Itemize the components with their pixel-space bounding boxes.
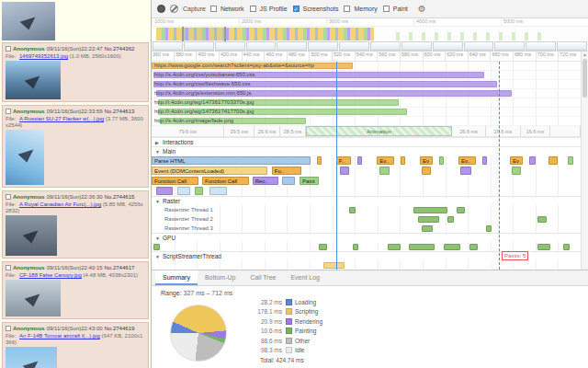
screenshot-filmstrip[interactable]: [152, 41, 588, 51]
gpu-event[interactable]: [537, 244, 550, 250]
gpu-event[interactable]: [319, 244, 327, 250]
flame-event[interactable]: [482, 156, 488, 165]
gpu-event[interactable]: [444, 244, 461, 250]
gpu-event[interactable]: [353, 244, 358, 250]
clear-recording-button[interactable]: [170, 5, 178, 13]
capture-checkbox-network[interactable]: Network: [210, 6, 244, 12]
file-name-link[interactable]: An F-14B Tomcat aircraft l(...).jpg: [19, 333, 100, 339]
filmstrip-thumbnail[interactable]: [557, 41, 587, 51]
post-thumbnail[interactable]: [6, 215, 57, 256]
checkbox-icon[interactable]: [293, 6, 300, 12]
flame-event[interactable]: Function Call: [202, 177, 249, 185]
post-checkbox[interactable]: [6, 46, 11, 52]
gpu-event[interactable]: [153, 244, 160, 250]
post-thumbnail[interactable]: [6, 61, 61, 99]
flame-event[interactable]: Parse HTML: [152, 156, 311, 165]
op-image-thumbnail[interactable]: [2, 2, 55, 40]
flame-event[interactable]: [379, 167, 390, 175]
post-number-link[interactable]: No.2744615: [105, 194, 135, 200]
scroll-up-icon[interactable]: ▲: [582, 52, 588, 57]
filmstrip-thumbnail[interactable]: [308, 41, 338, 51]
file-name-link[interactable]: A Royal Canadian Air Forc(...).jpg: [19, 201, 101, 207]
flame-event[interactable]: [568, 156, 573, 165]
file-name-link[interactable]: 1469749352613.jpg: [19, 53, 68, 59]
flame-event[interactable]: [422, 167, 430, 175]
filmstrip-thumbnail[interactable]: [494, 41, 525, 51]
flame-event[interactable]: [209, 187, 227, 195]
flame-event[interactable]: Ev..: [377, 156, 394, 165]
capture-checkbox-js-profile[interactable]: JS Profile: [250, 6, 288, 12]
post-thumbnail[interactable]: [6, 280, 61, 316]
gear-icon[interactable]: ⚙: [418, 5, 426, 14]
post-checkbox[interactable]: [6, 326, 11, 331]
section-header-raster[interactable]: Raster: [152, 196, 581, 205]
filmstrip-thumbnail[interactable]: [526, 41, 556, 51]
flame-event[interactable]: Fu..: [272, 167, 302, 175]
flame-event[interactable]: [177, 187, 190, 195]
flame-event[interactable]: [512, 167, 520, 175]
network-request-row[interactable]: http://i.4cdn.org/wg/1473617417700s.jpg: [152, 108, 581, 117]
filmstrip-thumbnail[interactable]: [370, 41, 401, 51]
network-request-row[interactable]: https://www.google.com/search?sclient=ps…: [152, 62, 581, 71]
gpu-event[interactable]: [388, 244, 401, 250]
flame-event[interactable]: Rec..: [253, 177, 278, 185]
raster-event[interactable]: [537, 216, 546, 223]
flame-event[interactable]: Paint: [300, 177, 319, 185]
post-number-link[interactable]: No.2744619: [105, 326, 135, 331]
network-request-row[interactable]: http://i.4cdn.org/wg/1473617703370s.jpg: [152, 98, 581, 108]
filmstrip-thumbnail[interactable]: [433, 41, 463, 51]
post-checkbox[interactable]: [6, 194, 11, 200]
flame-event[interactable]: Ev: [510, 156, 523, 165]
flame-event[interactable]: Event (DOMContentLoaded): [152, 167, 267, 175]
capture-checkbox-memory[interactable]: Memory: [344, 6, 377, 12]
vertical-scrollbar[interactable]: ▲: [581, 52, 588, 270]
record-button[interactable]: [157, 5, 165, 13]
gpu-event[interactable]: [469, 244, 478, 250]
checkbox-icon[interactable]: [210, 6, 217, 12]
filmstrip-thumbnail[interactable]: [401, 41, 432, 51]
script-streamer-event[interactable]: [323, 262, 345, 269]
raster-event[interactable]: [349, 207, 356, 213]
flame-event[interactable]: Ev..: [458, 156, 476, 165]
network-request-row[interactable]: http://s.4cdn.org/css/flashwave.650.css: [152, 80, 581, 89]
flame-event[interactable]: [317, 156, 322, 165]
filmstrip-thumbnail[interactable]: [464, 41, 494, 51]
tab-call-tree[interactable]: Call Tree: [243, 270, 283, 285]
section-header-gpu[interactable]: GPU: [152, 233, 581, 242]
checkbox-icon[interactable]: [344, 6, 350, 12]
section-header-interactions[interactable]: Interactions: [152, 137, 581, 146]
flame-event[interactable]: [548, 156, 558, 165]
raster-event[interactable]: [447, 216, 454, 223]
flame-event[interactable]: [357, 156, 362, 165]
raster-event[interactable]: [413, 207, 447, 213]
post-checkbox[interactable]: [6, 109, 11, 114]
flame-event[interactable]: Function Call: [152, 177, 198, 185]
capture-checkbox-paint[interactable]: Paint: [383, 6, 408, 12]
raster-event[interactable]: [486, 225, 492, 232]
filmstrip-thumbnail[interactable]: [184, 41, 214, 51]
flame-event[interactable]: [401, 156, 406, 165]
flame-event[interactable]: [529, 156, 536, 165]
filmstrip-thumbnail[interactable]: [277, 41, 307, 51]
section-header-main[interactable]: Main: [152, 146, 581, 155]
flame-event[interactable]: [340, 167, 348, 175]
network-request-row[interactable]: http://s.4cdn.org/css/yotsubanew.650.css: [152, 71, 581, 80]
overview-cpu-chart[interactable]: [152, 27, 588, 41]
file-name-link[interactable]: A Russian SU-27 Flanker w(...).jpg: [19, 116, 104, 121]
capture-checkbox-screenshots[interactable]: Screenshots: [293, 6, 339, 12]
raster-event[interactable]: [457, 207, 465, 213]
post-thumbnail[interactable]: [6, 347, 57, 368]
post-number-link[interactable]: No.2744362: [105, 46, 135, 52]
gpu-event[interactable]: [563, 244, 570, 250]
raster-event[interactable]: [418, 216, 439, 223]
filmstrip-thumbnail[interactable]: [246, 41, 277, 51]
flame-event[interactable]: [282, 177, 295, 185]
overview-selection-window[interactable]: [182, 27, 226, 41]
flame-event[interactable]: [195, 187, 203, 195]
tab-event-log[interactable]: Event Log: [283, 270, 327, 285]
checkbox-icon[interactable]: [250, 6, 256, 12]
tab-bottom-up[interactable]: Bottom-Up: [198, 270, 243, 285]
post-number-link[interactable]: No.2744617: [105, 265, 135, 270]
flame-event[interactable]: [460, 167, 471, 175]
post-checkbox[interactable]: [6, 265, 11, 270]
